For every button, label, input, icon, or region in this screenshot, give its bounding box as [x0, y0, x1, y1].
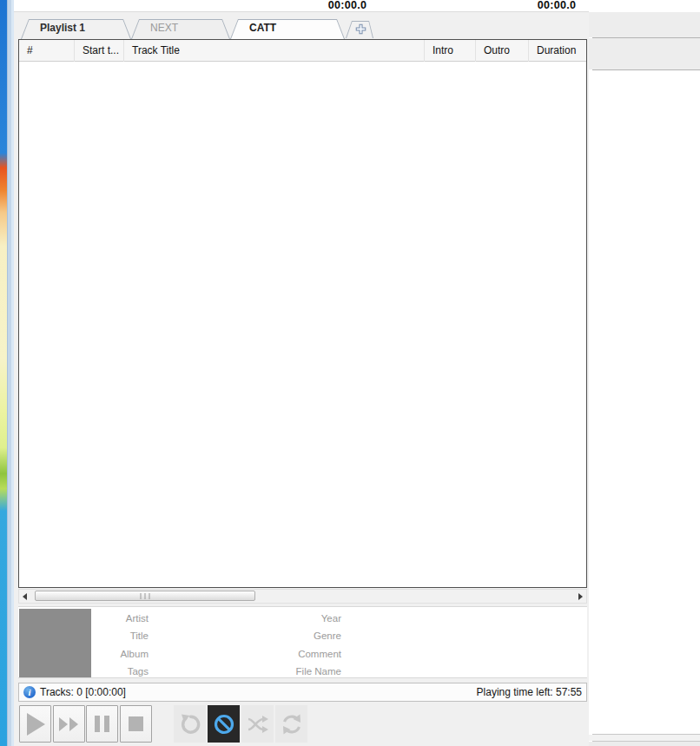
fast-forward-button[interactable] [53, 705, 85, 743]
right-pane-content-area [589, 70, 700, 734]
stop-icon [129, 716, 143, 731]
comment-field-label: Comment [227, 645, 341, 663]
transport-control-bar [14, 702, 589, 746]
info-icon: i [23, 686, 36, 698]
right-pane-section-band [589, 38, 700, 69]
column-header-number[interactable]: # [19, 40, 75, 62]
playlist-grid-header: # Start t... Track Title Intro Outro Dur… [19, 40, 586, 62]
tab-label: NEXT [131, 22, 230, 34]
play-icon [25, 712, 46, 736]
column-header-outro[interactable]: Outro [476, 40, 529, 62]
playlist-grid: # Start t... Track Title Intro Outro Dur… [18, 39, 587, 588]
genre-field-label: Genre [227, 627, 341, 644]
shuffle-icon [247, 715, 269, 734]
play-button[interactable] [19, 705, 51, 743]
repeat-mode-button[interactable] [174, 705, 206, 743]
status-bar: i Tracks: 0 [0:00:00] Playing time left:… [18, 683, 587, 702]
artist-field-label: Artist [36, 610, 149, 627]
tracks-count-status: Tracks: 0 [0:00:00] [40, 683, 126, 701]
track-info-panel: Artist Title Album Tags Year Genre Comme… [18, 606, 587, 678]
file-name-field-label: File Name [227, 663, 341, 680]
year-field-label: Year [227, 610, 341, 627]
column-header-track-title[interactable]: Track Title [124, 40, 425, 62]
right-pane-bottom [589, 742, 700, 746]
refresh-mode-button[interactable] [275, 705, 307, 743]
right-pane-header-band [589, 12, 700, 37]
window-border [7, 0, 14, 746]
tab-label: CATT [230, 22, 345, 34]
pause-button[interactable] [86, 705, 118, 743]
tab-catt-active[interactable]: CATT [230, 19, 345, 39]
pause-icon [95, 716, 109, 732]
plus-icon [354, 23, 367, 36]
horizontal-scrollbar[interactable] [18, 589, 587, 604]
scroll-right-button[interactable] [574, 590, 586, 603]
tab-playlist-1[interactable]: Playlist 1 [21, 19, 131, 39]
column-header-intro[interactable]: Intro [425, 40, 476, 62]
scroll-right-arrow-icon [578, 593, 583, 600]
right-pane-footer-band [589, 735, 700, 741]
tags-field-label: Tags [36, 663, 149, 680]
repeat-icon [179, 713, 201, 736]
no-repeat-mode-button-active[interactable] [208, 705, 240, 743]
app-window: 00:00.0 00:00.0 Playlist 1 NEXT CATT # S… [0, 0, 700, 746]
no-repeat-icon [213, 713, 235, 736]
add-playlist-tab-button[interactable] [346, 21, 373, 38]
scroll-left-arrow-icon [23, 593, 27, 600]
album-field-label: Album [36, 645, 149, 663]
desktop-wallpaper-sliver [0, 0, 7, 746]
scrollbar-thumb[interactable] [35, 591, 255, 601]
deck-a-timer: 00:00.0 [300, 0, 395, 11]
shuffle-mode-button[interactable] [241, 705, 274, 743]
right-pane-top [589, 0, 700, 12]
scroll-left-button[interactable] [19, 590, 31, 603]
playlist-empty-area[interactable] [19, 62, 586, 587]
column-header-duration[interactable]: Duration [529, 40, 586, 62]
scrollbar-grip-icon [141, 593, 150, 599]
stop-button[interactable] [120, 705, 152, 743]
title-field-label: Title [36, 627, 149, 644]
playing-time-left-status: Playing time left: 57:55 [477, 683, 582, 701]
tab-next[interactable]: NEXT [131, 19, 230, 39]
tab-label: Playlist 1 [21, 22, 131, 34]
column-header-start-time[interactable]: Start t... [75, 40, 124, 62]
right-side-pane [589, 0, 700, 746]
refresh-icon [281, 713, 303, 736]
fast-forward-icon [59, 717, 79, 731]
